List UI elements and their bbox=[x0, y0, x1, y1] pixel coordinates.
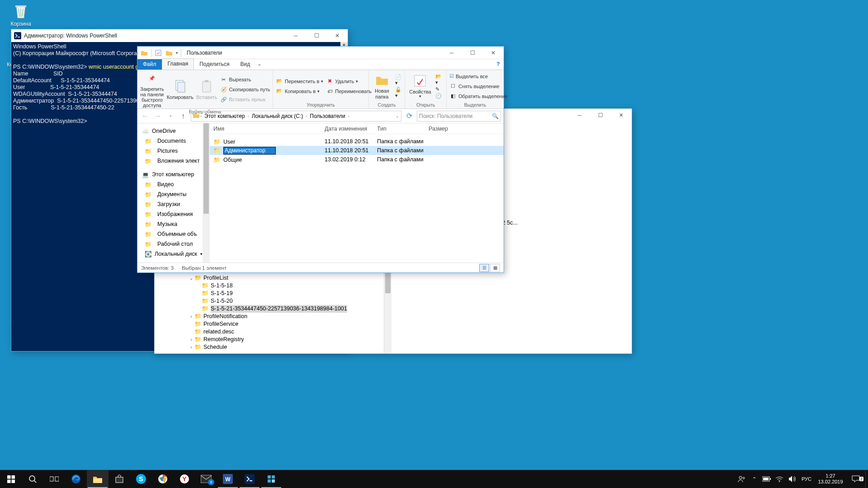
taskbar-chrome[interactable] bbox=[152, 470, 174, 488]
nav-3dobjects[interactable]: 📁Объемные объ bbox=[137, 229, 203, 239]
tab-share[interactable]: Поделиться bbox=[194, 59, 235, 70]
nav-onedrive[interactable]: ☁️OneDrive bbox=[137, 126, 203, 136]
nav-video[interactable]: 📁Видео bbox=[137, 179, 203, 189]
view-details-button[interactable]: ☰ bbox=[479, 264, 489, 272]
list-item-selected[interactable]: 📁 11.10.2018 20:51 Папка с файлами bbox=[210, 146, 504, 155]
tree-profnotif[interactable]: ProfileNotification bbox=[203, 313, 247, 320]
col-type[interactable]: Тип bbox=[373, 126, 425, 132]
show-desktop-button[interactable] bbox=[865, 470, 868, 488]
view-icons-button[interactable]: ▦ bbox=[490, 264, 500, 272]
breadcrumb[interactable]: › Этот компьютер › Локальный диск (C:) ›… bbox=[191, 111, 401, 122]
col-size[interactable]: Размер bbox=[425, 126, 461, 132]
tab-home[interactable]: Главная bbox=[162, 58, 194, 70]
search-input[interactable]: Поиск: Пользователи 🔍 bbox=[417, 111, 501, 122]
qat-customize[interactable]: ▾ bbox=[176, 51, 178, 55]
nav-attachments[interactable]: 📁Вложения элект bbox=[137, 156, 203, 166]
select-none-button[interactable]: ☐Снять выделение bbox=[449, 81, 508, 91]
list-header[interactable]: Имя Дата изменения Тип Размер bbox=[210, 123, 504, 134]
chevron-right-icon[interactable]: › bbox=[248, 114, 249, 118]
list-item[interactable]: 📁User 11.10.2018 20:51 Папка с файлами bbox=[210, 137, 504, 146]
tree-collapse-icon[interactable]: ⌄ bbox=[188, 274, 194, 282]
taskbar-powershell[interactable] bbox=[239, 470, 260, 488]
tray-overflow[interactable]: ⌃ bbox=[748, 470, 760, 488]
paste-shortcut-button[interactable]: 🔗Вставить ярлык bbox=[220, 94, 270, 104]
tray-clock[interactable]: 1:27 13.02.2019 bbox=[815, 473, 846, 484]
tray-language[interactable]: РУС bbox=[798, 476, 815, 482]
cut-button[interactable]: ✂Вырезать bbox=[220, 75, 270, 84]
qat-newfolder-icon[interactable] bbox=[165, 49, 173, 57]
nav-documents[interactable]: 📁Documents bbox=[137, 136, 203, 146]
nav-desktop[interactable]: 📁Рабочий стол bbox=[137, 239, 203, 249]
list-item[interactable]: 📁Общие 13.02.2019 0:12 Папка с файлами bbox=[210, 155, 504, 164]
tree-schedule[interactable]: Schedule bbox=[203, 343, 227, 351]
col-date[interactable]: Дата изменения bbox=[321, 126, 373, 132]
chevron-right-icon[interactable]: › bbox=[306, 114, 307, 118]
taskbar-regedit[interactable] bbox=[260, 470, 282, 488]
reg-maximize-button[interactable]: ☐ bbox=[590, 109, 611, 122]
ps-minimize-button[interactable]: ─ bbox=[285, 29, 306, 42]
taskbar-store[interactable] bbox=[108, 470, 130, 488]
ps-close-button[interactable]: ✕ bbox=[327, 29, 348, 42]
tray-volume-icon[interactable] bbox=[786, 470, 798, 488]
tree-s18[interactable]: S-1-5-18 bbox=[211, 282, 233, 290]
history-icon[interactable]: 🕘 bbox=[435, 93, 443, 99]
col-name[interactable]: Имя bbox=[210, 126, 321, 132]
nav-local-disk[interactable]: 💽Локальный диск▾ bbox=[137, 249, 203, 259]
explorer-titlebar[interactable]: ▾ Пользователи ─ ☐ ✕ bbox=[137, 47, 504, 59]
taskbar-word[interactable]: W bbox=[217, 470, 239, 488]
paste-button[interactable]: Вставить bbox=[196, 79, 217, 100]
reg-minimize-button[interactable]: ─ bbox=[569, 109, 590, 122]
ex-minimize-button[interactable]: ─ bbox=[441, 47, 462, 59]
tree-expand-icon[interactable]: › bbox=[188, 313, 194, 320]
chevron-right-icon[interactable]: › bbox=[200, 114, 202, 118]
help-icon[interactable]: ? bbox=[493, 59, 504, 70]
chevron-right-icon[interactable]: › bbox=[348, 114, 349, 118]
reg-close-button[interactable]: ✕ bbox=[611, 109, 632, 122]
tree-profilelist[interactable]: ProfileList bbox=[203, 274, 228, 282]
tree-expand-icon[interactable]: › bbox=[188, 343, 194, 351]
qat-properties-icon[interactable] bbox=[154, 49, 162, 57]
rename-button[interactable]: 🏷Переименовать bbox=[326, 86, 372, 96]
powershell-titlebar[interactable]: Администратор: Windows PowerShell ─ ☐ ✕ bbox=[11, 29, 348, 42]
task-view-button[interactable] bbox=[43, 470, 65, 488]
refresh-button[interactable]: ⟳ bbox=[404, 112, 414, 120]
delete-button[interactable]: ✖Удалить▾ bbox=[326, 76, 372, 86]
nav-music[interactable]: 📁Музыка bbox=[137, 219, 203, 229]
ribbon-collapse-icon[interactable]: ⌃ bbox=[255, 63, 264, 70]
select-all-button[interactable]: Выделить все bbox=[449, 71, 508, 81]
ex-close-button[interactable]: ✕ bbox=[483, 47, 504, 59]
select-invert-button[interactable]: ◧Обратить выделение bbox=[449, 91, 508, 101]
nav-pictures[interactable]: 📁Pictures bbox=[137, 146, 203, 156]
properties-button[interactable]: Свойства▾ bbox=[408, 74, 433, 99]
taskbar-mail[interactable]: 8 bbox=[195, 470, 217, 488]
tree-expand-icon[interactable]: › bbox=[188, 336, 194, 343]
tray-battery-icon[interactable] bbox=[760, 470, 773, 488]
nav-thispc[interactable]: 💻Этот компьютер bbox=[137, 169, 203, 179]
start-button[interactable] bbox=[0, 470, 22, 488]
nav-recent-button[interactable]: ▾ bbox=[165, 111, 175, 121]
easy-access-icon[interactable]: 🔓▾ bbox=[395, 87, 402, 99]
tree-selected-sid[interactable]: S-1-5-21-3534447450-2257139036-134319898… bbox=[211, 305, 347, 313]
nav-back-button[interactable]: ← bbox=[140, 111, 150, 121]
nav-forward-button[interactable]: → bbox=[153, 111, 163, 121]
file-list[interactable]: Имя Дата изменения Тип Размер 📁User 11.1… bbox=[210, 123, 504, 263]
new-folder-button[interactable]: Новая папка bbox=[372, 73, 392, 99]
tree-remotereg[interactable]: RemoteRegistry bbox=[203, 336, 244, 343]
taskbar-explorer[interactable] bbox=[87, 470, 108, 488]
nav-images[interactable]: 📁Изображения bbox=[137, 209, 203, 219]
crumb-thispc[interactable]: Этот компьютер bbox=[203, 113, 247, 119]
tree-profsvc[interactable]: ProfileService bbox=[203, 320, 238, 328]
tree-s20[interactable]: S-1-5-20 bbox=[211, 297, 233, 305]
move-to-button[interactable]: 📂Переместить в▾ bbox=[276, 76, 323, 86]
ps-maximize-button[interactable]: ☐ bbox=[306, 29, 327, 42]
nav-up-button[interactable]: ↑ bbox=[178, 111, 188, 121]
nav-docs[interactable]: 📁Документы bbox=[137, 189, 203, 199]
navigation-pane[interactable]: ☁️OneDrive 📁Documents 📁Pictures 📁Вложени… bbox=[137, 123, 203, 263]
pin-button[interactable]: 📌Закрепить на панели быстрого доступа bbox=[140, 71, 164, 108]
crumb-users[interactable]: Пользователи bbox=[308, 113, 347, 119]
tree-related[interactable]: related.desc bbox=[203, 328, 234, 336]
address-dropdown[interactable]: ⌄ bbox=[396, 114, 401, 118]
tab-view[interactable]: Вид bbox=[235, 59, 255, 70]
tray-action-center[interactable]: 2 bbox=[846, 475, 865, 483]
taskbar-skype[interactable]: S bbox=[130, 470, 152, 488]
